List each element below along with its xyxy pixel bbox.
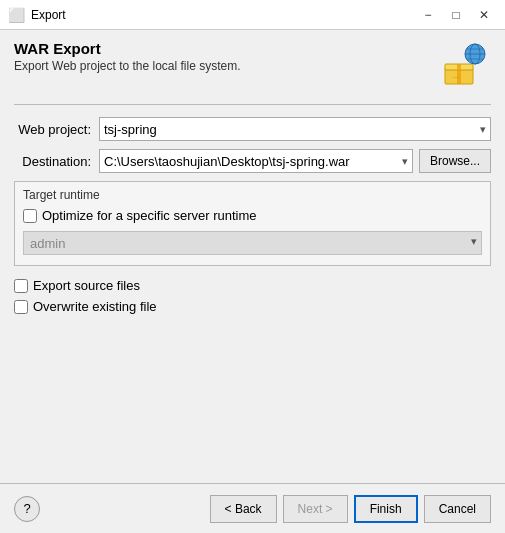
help-button[interactable]: ? [14, 496, 40, 522]
overwrite-label[interactable]: Overwrite existing file [33, 299, 157, 314]
web-project-control: tsj-spring [99, 117, 491, 141]
destination-control: C:\Users\taoshujian\Desktop\tsj-spring.w… [99, 149, 491, 173]
title-bar: ⬜ Export − □ ✕ [0, 0, 505, 30]
close-button[interactable]: ✕ [471, 5, 497, 25]
optimize-checkbox[interactable] [23, 209, 37, 223]
svg-text:→: → [451, 71, 461, 82]
cancel-button[interactable]: Cancel [424, 495, 491, 523]
destination-select[interactable]: C:\Users\taoshujian\Desktop\tsj-spring.w… [99, 149, 413, 173]
destination-select-wrap: C:\Users\taoshujian\Desktop\tsj-spring.w… [99, 149, 413, 173]
footer-right: < Back Next > Finish Cancel [210, 495, 491, 523]
back-button[interactable]: < Back [210, 495, 277, 523]
web-project-select-wrap: tsj-spring [99, 117, 491, 141]
browse-button[interactable]: Browse... [419, 149, 491, 173]
window-controls: − □ ✕ [415, 5, 497, 25]
window-icon: ⬜ [8, 7, 25, 23]
dialog-title: WAR Export [14, 40, 241, 57]
maximize-button[interactable]: □ [443, 5, 469, 25]
web-project-label: Web project: [14, 122, 99, 137]
optimize-label[interactable]: Optimize for a specific server runtime [42, 208, 257, 223]
destination-row: Destination: C:\Users\taoshujian\Desktop… [14, 149, 491, 173]
window-title: Export [31, 8, 415, 22]
dialog-body: WAR Export Export Web project to the loc… [0, 30, 505, 483]
web-project-row: Web project: tsj-spring [14, 117, 491, 141]
optimize-row: Optimize for a specific server runtime [23, 208, 482, 223]
runtime-select-wrap: admin [23, 227, 482, 255]
minimize-button[interactable]: − [415, 5, 441, 25]
footer-left: ? [14, 496, 210, 522]
dialog-subtitle: Export Web project to the local file sys… [14, 59, 241, 73]
overwrite-row: Overwrite existing file [14, 299, 491, 314]
overwrite-checkbox[interactable] [14, 300, 28, 314]
target-runtime-title: Target runtime [23, 188, 482, 202]
footer: ? < Back Next > Finish Cancel [0, 483, 505, 533]
runtime-select: admin [23, 231, 482, 255]
export-source-row: Export source files [14, 278, 491, 293]
destination-label: Destination: [14, 154, 99, 169]
web-project-select[interactable]: tsj-spring [99, 117, 491, 141]
target-runtime-group: Target runtime Optimize for a specific s… [14, 181, 491, 266]
export-icon: → [439, 40, 491, 92]
finish-button[interactable]: Finish [354, 495, 418, 523]
header-separator [14, 104, 491, 105]
export-source-label[interactable]: Export source files [33, 278, 140, 293]
export-source-checkbox[interactable] [14, 279, 28, 293]
header-section: WAR Export Export Web project to the loc… [14, 40, 491, 92]
next-button[interactable]: Next > [283, 495, 348, 523]
header-text: WAR Export Export Web project to the loc… [14, 40, 241, 73]
